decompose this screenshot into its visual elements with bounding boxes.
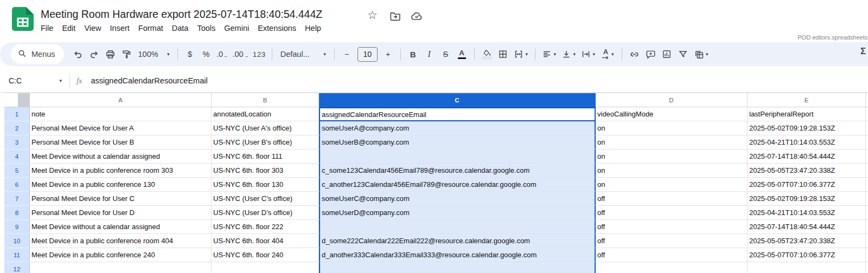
formula-input[interactable]: assignedCalendarResourceEmail xyxy=(91,76,207,85)
row-header-2[interactable]: 2 xyxy=(4,121,30,135)
borders-button[interactable] xyxy=(495,46,511,62)
cell-A3[interactable]: Personal Meet Device for User B xyxy=(30,135,212,150)
cell-A5[interactable]: Meet Device in a public conference room … xyxy=(30,164,212,178)
cell-E3[interactable]: 2025-04-21T10:14:03.553Z xyxy=(748,135,866,150)
menu-view[interactable]: View xyxy=(80,22,105,34)
cell-D4[interactable]: on xyxy=(596,150,748,164)
cell-D5[interactable]: on xyxy=(596,164,748,178)
table-views-button[interactable]: ▾ xyxy=(692,46,711,62)
row-header-12[interactable]: 12 xyxy=(4,262,30,273)
cell-B6[interactable]: US-NYC 6th. floor 130 xyxy=(212,178,319,192)
cell-B10[interactable]: US-NYC 6th. floor 404 xyxy=(212,234,319,248)
cell-C6[interactable]: c_another123Calendar456Email789@resource… xyxy=(319,178,596,192)
cell-F8[interactable] xyxy=(866,206,868,220)
move-folder-icon[interactable] xyxy=(390,10,401,24)
cell-A8[interactable]: Personal Meet Device for User D xyxy=(30,206,212,220)
cell-F6[interactable] xyxy=(866,178,868,192)
font-select[interactable]: Defaul... ▾ xyxy=(277,46,330,62)
cell-F5[interactable] xyxy=(866,164,868,178)
cell-B12[interactable] xyxy=(212,262,319,273)
menus-search-button[interactable]: Menus xyxy=(11,44,64,64)
menu-data[interactable]: Data xyxy=(168,22,193,34)
horizontal-align-button[interactable]: ▾ xyxy=(540,46,559,62)
cell-C4[interactable] xyxy=(319,150,596,164)
functions-button[interactable]: Σ xyxy=(860,46,866,57)
column-header-A[interactable]: A xyxy=(30,93,212,107)
zoom-select[interactable]: 100% ▾ xyxy=(135,46,173,62)
cell-D10[interactable]: off xyxy=(596,234,748,248)
cell-A11[interactable]: Meet Device in a public conference 240 xyxy=(30,248,212,262)
cell-D8[interactable]: off xyxy=(596,206,748,220)
row-header-3[interactable]: 3 xyxy=(4,135,30,150)
cell-B9[interactable]: US-NYC 6th. floor 222 xyxy=(212,220,319,234)
insert-chart-button[interactable] xyxy=(659,46,675,62)
cell-F11[interactable] xyxy=(866,248,868,262)
cell-C1[interactable]: assignedCalendarResourceEmail xyxy=(319,107,596,121)
row-header-10[interactable]: 10 xyxy=(4,234,30,248)
cell-B4[interactable]: US-NYC 6th. floor 111 xyxy=(212,150,319,164)
cell-B5[interactable]: US-NYC 6th. floor 303 xyxy=(212,164,319,178)
column-header-B[interactable]: B xyxy=(212,93,319,107)
undo-button[interactable] xyxy=(70,46,86,62)
row-header-4[interactable]: 4 xyxy=(4,150,30,164)
increase-font-size-button[interactable]: + xyxy=(380,46,396,62)
cell-E1[interactable]: lastPeripheralReport xyxy=(748,107,866,121)
cell-B2[interactable]: US-NYC (User A's office) xyxy=(212,121,319,135)
cell-E12[interactable] xyxy=(748,262,866,273)
cell-E8[interactable]: 2025-04-21T10:14:03.553Z xyxy=(748,206,866,220)
cell-D7[interactable]: off xyxy=(596,192,748,206)
cell-B7[interactable]: US-NYC (User C's office) xyxy=(212,192,319,206)
cell-F3[interactable] xyxy=(866,135,868,150)
text-rotation-button[interactable]: A ▾ xyxy=(598,46,617,62)
column-header-D[interactable]: D xyxy=(596,93,748,107)
cell-E6[interactable]: 2025-05-07T07:10:06.377Z xyxy=(748,178,866,192)
row-header-5[interactable]: 5 xyxy=(4,164,30,178)
cloud-saved-icon[interactable] xyxy=(411,11,423,23)
cell-A4[interactable]: Meet Device without a calendar assigned xyxy=(30,150,212,164)
cell-E2[interactable]: 2025-05-02T09:19:28.153Z xyxy=(748,121,866,135)
cell-D12[interactable] xyxy=(596,262,748,273)
cell-D9[interactable]: off xyxy=(596,220,748,234)
cell-D2[interactable]: on xyxy=(596,121,748,135)
row-header-7[interactable]: 7 xyxy=(4,192,30,206)
cell-F9[interactable] xyxy=(866,220,868,234)
strikethrough-button[interactable]: S xyxy=(438,46,454,62)
document-title[interactable]: Meeting Room Hardware export 2025-07-14T… xyxy=(41,8,322,21)
cell-F1[interactable] xyxy=(866,107,868,121)
format-currency-button[interactable]: $ xyxy=(182,46,198,62)
column-header-F[interactable]: F xyxy=(866,93,868,107)
cell-D6[interactable]: on xyxy=(596,178,748,192)
cell-D3[interactable]: on xyxy=(596,135,748,150)
print-button[interactable] xyxy=(103,46,118,62)
cell-A2[interactable]: Personal Meet Device for User A xyxy=(30,121,212,135)
cell-E9[interactable]: 2025-07-14T18:40:54.444Z xyxy=(748,220,866,234)
name-box[interactable]: C:C ▾ xyxy=(9,76,62,85)
insert-comment-button[interactable] xyxy=(643,46,659,62)
font-size-input[interactable]: 10 xyxy=(358,47,378,62)
cell-F2[interactable] xyxy=(866,121,868,135)
row-header-1[interactable]: 1 xyxy=(4,107,30,121)
menu-file[interactable]: File xyxy=(36,22,58,34)
menu-format[interactable]: Format xyxy=(134,22,168,34)
more-formats-button[interactable]: 123 xyxy=(251,46,267,62)
decrease-font-size-button[interactable]: − xyxy=(339,46,355,62)
cell-E11[interactable]: 2025-05-07T07:10:06.377Z xyxy=(748,248,866,262)
cell-C2[interactable]: someUserA@company.com xyxy=(319,121,596,135)
cell-A12[interactable] xyxy=(30,262,212,273)
cell-A7[interactable]: Personal Meet Device for User C xyxy=(30,192,212,206)
bold-button[interactable]: B xyxy=(405,46,421,62)
format-percent-button[interactable]: % xyxy=(199,46,214,62)
decrease-decimal-button[interactable]: .0← xyxy=(215,46,231,62)
increase-decimal-button[interactable]: .00→ xyxy=(231,46,251,62)
cell-C7[interactable]: someUserC@company.com xyxy=(319,192,596,206)
cell-C10[interactable]: d_some222Calendar222Email222@resource.ca… xyxy=(319,234,596,248)
star-icon[interactable]: ☆ xyxy=(367,9,378,22)
menu-extensions[interactable]: Extensions xyxy=(253,22,301,34)
select-all-corner[interactable] xyxy=(4,93,30,107)
cell-A9[interactable]: Meet Device without a calendar assigned xyxy=(30,220,212,234)
insert-link-button[interactable] xyxy=(627,46,642,62)
cell-B3[interactable]: US-NYC (User B's office) xyxy=(212,135,319,150)
column-header-C[interactable]: C xyxy=(319,93,596,107)
merge-cells-button[interactable]: ▾ xyxy=(512,46,531,62)
paint-format-button[interactable] xyxy=(119,46,135,62)
